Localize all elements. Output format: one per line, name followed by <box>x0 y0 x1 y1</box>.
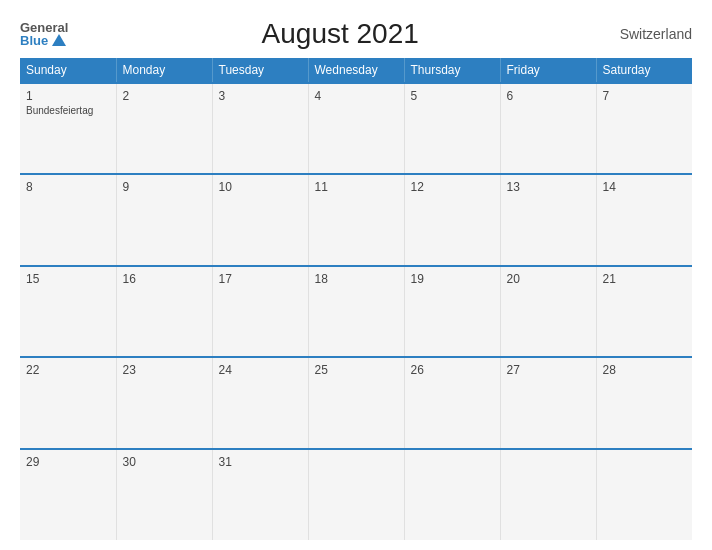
day-number: 16 <box>123 272 206 286</box>
calendar-week-row: 293031 <box>20 449 692 540</box>
calendar-title: August 2021 <box>68 18 612 50</box>
day-number: 25 <box>315 363 398 377</box>
calendar-cell: 21 <box>596 266 692 357</box>
calendar-cell <box>404 449 500 540</box>
calendar-cell: 11 <box>308 174 404 265</box>
calendar-cell: 19 <box>404 266 500 357</box>
calendar-cell: 17 <box>212 266 308 357</box>
day-number: 10 <box>219 180 302 194</box>
day-number: 3 <box>219 89 302 103</box>
day-number: 20 <box>507 272 590 286</box>
day-number: 26 <box>411 363 494 377</box>
day-number: 30 <box>123 455 206 469</box>
calendar-cell: 28 <box>596 357 692 448</box>
weekday-header-row: Sunday Monday Tuesday Wednesday Thursday… <box>20 58 692 83</box>
calendar-table: Sunday Monday Tuesday Wednesday Thursday… <box>20 58 692 540</box>
header-monday: Monday <box>116 58 212 83</box>
calendar-cell: 23 <box>116 357 212 448</box>
holiday-label: Bundesfeiertag <box>26 105 110 116</box>
calendar-cell <box>500 449 596 540</box>
day-number: 14 <box>603 180 687 194</box>
header-thursday: Thursday <box>404 58 500 83</box>
calendar-cell: 4 <box>308 83 404 174</box>
day-number: 22 <box>26 363 110 377</box>
calendar-cell: 5 <box>404 83 500 174</box>
day-number: 31 <box>219 455 302 469</box>
day-number: 28 <box>603 363 687 377</box>
calendar-cell: 24 <box>212 357 308 448</box>
logo-blue-text: Blue <box>20 34 48 47</box>
day-number: 18 <box>315 272 398 286</box>
calendar-week-row: 891011121314 <box>20 174 692 265</box>
calendar-cell: 10 <box>212 174 308 265</box>
day-number: 8 <box>26 180 110 194</box>
day-number: 7 <box>603 89 687 103</box>
day-number: 12 <box>411 180 494 194</box>
day-number: 1 <box>26 89 110 103</box>
day-number: 15 <box>26 272 110 286</box>
calendar-cell: 15 <box>20 266 116 357</box>
calendar-cell: 22 <box>20 357 116 448</box>
day-number: 27 <box>507 363 590 377</box>
day-number: 24 <box>219 363 302 377</box>
calendar-week-row: 1Bundesfeiertag234567 <box>20 83 692 174</box>
calendar-week-row: 22232425262728 <box>20 357 692 448</box>
day-number: 19 <box>411 272 494 286</box>
day-number: 11 <box>315 180 398 194</box>
day-number: 5 <box>411 89 494 103</box>
day-number: 17 <box>219 272 302 286</box>
country-label: Switzerland <box>612 26 692 42</box>
header-tuesday: Tuesday <box>212 58 308 83</box>
calendar-cell: 1Bundesfeiertag <box>20 83 116 174</box>
day-number: 13 <box>507 180 590 194</box>
calendar-cell: 30 <box>116 449 212 540</box>
header-wednesday: Wednesday <box>308 58 404 83</box>
header: General Blue August 2021 Switzerland <box>20 18 692 50</box>
day-number: 29 <box>26 455 110 469</box>
day-number: 4 <box>315 89 398 103</box>
calendar-cell: 25 <box>308 357 404 448</box>
calendar-cell: 2 <box>116 83 212 174</box>
header-saturday: Saturday <box>596 58 692 83</box>
calendar-cell: 18 <box>308 266 404 357</box>
calendar-cell: 8 <box>20 174 116 265</box>
header-sunday: Sunday <box>20 58 116 83</box>
calendar-week-row: 15161718192021 <box>20 266 692 357</box>
calendar-cell: 27 <box>500 357 596 448</box>
calendar-cell: 13 <box>500 174 596 265</box>
day-number: 23 <box>123 363 206 377</box>
calendar-cell: 29 <box>20 449 116 540</box>
logo: General Blue <box>20 21 68 47</box>
calendar-cell: 7 <box>596 83 692 174</box>
day-number: 21 <box>603 272 687 286</box>
calendar-cell: 26 <box>404 357 500 448</box>
day-number: 9 <box>123 180 206 194</box>
calendar-cell: 14 <box>596 174 692 265</box>
logo-triangle-icon <box>52 34 66 46</box>
calendar-cell: 3 <box>212 83 308 174</box>
calendar-page: General Blue August 2021 Switzerland Sun… <box>0 0 712 550</box>
calendar-cell: 6 <box>500 83 596 174</box>
calendar-cell: 16 <box>116 266 212 357</box>
calendar-cell: 31 <box>212 449 308 540</box>
calendar-cell: 20 <box>500 266 596 357</box>
calendar-cell <box>596 449 692 540</box>
calendar-cell: 12 <box>404 174 500 265</box>
day-number: 6 <box>507 89 590 103</box>
calendar-cell <box>308 449 404 540</box>
day-number: 2 <box>123 89 206 103</box>
header-friday: Friday <box>500 58 596 83</box>
calendar-cell: 9 <box>116 174 212 265</box>
